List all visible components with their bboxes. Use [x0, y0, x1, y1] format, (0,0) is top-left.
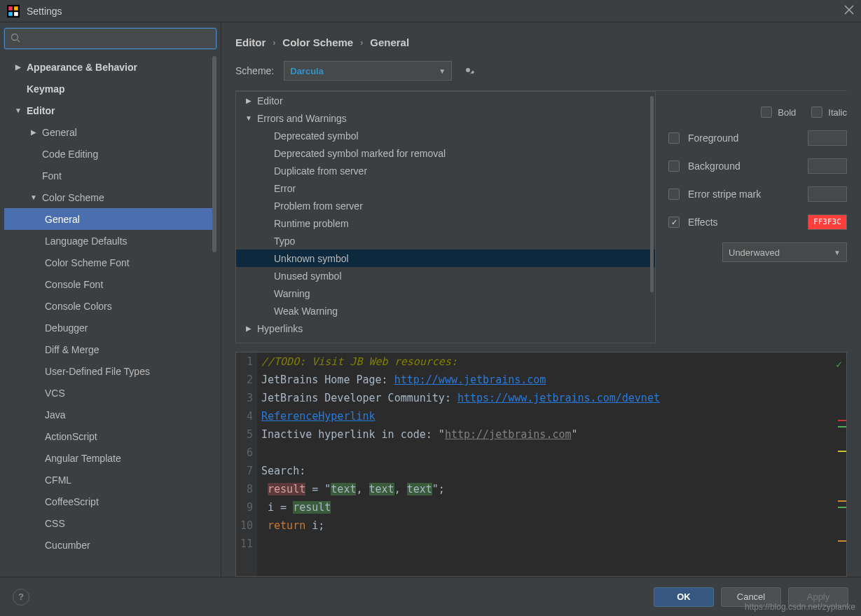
sidebar-item[interactable]: VCS: [4, 382, 216, 404]
category-item-label: Weak Warning: [274, 306, 338, 317]
breadcrumb-item[interactable]: Editor: [235, 36, 266, 48]
category-item-label: Problem from server: [274, 200, 363, 212]
effects-swatch[interactable]: FF3F3C: [808, 214, 847, 230]
svg-rect-3: [8, 12, 13, 16]
svg-line-8: [18, 40, 20, 42]
svg-rect-1: [8, 6, 13, 11]
category-item[interactable]: ▶Editor: [236, 92, 655, 109]
sidebar-item[interactable]: Color Scheme Font: [4, 252, 216, 273]
category-scrollbar[interactable]: [650, 96, 654, 292]
svg-point-7: [12, 34, 18, 40]
sidebar-item-label: Language Defaults: [45, 235, 128, 247]
app-logo-icon: [7, 5, 20, 18]
italic-checkbox[interactable]: [811, 107, 822, 118]
effects-type-select[interactable]: Underwaved ▼: [722, 242, 847, 262]
search-icon: [11, 33, 20, 45]
sidebar-item-label: Code Editing: [42, 149, 98, 160]
category-item[interactable]: Deprecated symbol: [236, 127, 655, 144]
sidebar-item[interactable]: Code Editing: [4, 143, 216, 165]
sidebar-item[interactable]: ActionScript: [4, 425, 216, 447]
sidebar-item[interactable]: CoffeeScript: [4, 491, 216, 512]
chevron-down-icon: ▼: [439, 67, 446, 75]
preview-minimap[interactable]: [836, 353, 846, 576]
sidebar-item-label: Console Font: [45, 279, 103, 290]
category-item-label: Typo: [274, 235, 295, 247]
category-item[interactable]: Deprecated symbol marked for removal: [236, 144, 655, 162]
sidebar-item[interactable]: Font: [4, 165, 216, 186]
ok-button[interactable]: OK: [654, 587, 714, 607]
category-item-label: Error: [274, 183, 296, 194]
bold-checkbox[interactable]: [761, 107, 772, 118]
properties-panel: Bold Italic Foreground Background: [668, 91, 847, 343]
svg-rect-2: [14, 6, 18, 11]
category-item-label: Unused symbol: [274, 271, 342, 282]
category-tree[interactable]: ▶Editor▼Errors and WarningsDeprecated sy…: [235, 91, 656, 343]
errorstripe-checkbox[interactable]: [668, 189, 680, 200]
category-item-label: Editor: [257, 95, 283, 107]
foreground-swatch[interactable]: [808, 130, 847, 146]
scheme-select[interactable]: Darcula ▼: [284, 61, 452, 81]
category-item-label: Unknown symbol: [274, 253, 349, 264]
sidebar-item[interactable]: General: [4, 208, 216, 230]
category-item-label: Hyperlinks: [257, 323, 303, 334]
sidebar-item-label: CoffeeScript: [45, 496, 99, 507]
category-item[interactable]: Runtime problem: [236, 214, 655, 232]
sidebar-item[interactable]: CSS: [4, 512, 216, 534]
chevron-right-icon: ▶: [244, 97, 253, 104]
category-item[interactable]: Duplicate from server: [236, 162, 655, 179]
category-item[interactable]: ▼Errors and Warnings: [236, 109, 655, 127]
category-item[interactable]: Typo: [236, 232, 655, 249]
sidebar-item[interactable]: Diff & Merge: [4, 338, 216, 360]
category-item[interactable]: Unknown symbol: [236, 249, 655, 267]
sidebar-item-label: Color Scheme: [42, 192, 104, 203]
settings-tree[interactable]: ▶Appearance & BehaviorKeymap▼Editor▶Gene…: [4, 56, 216, 577]
preview-code: //TODO: Visit JB Web resources:JetBrains…: [257, 353, 660, 576]
sidebar-item[interactable]: ▶Appearance & Behavior: [4, 56, 216, 78]
code-preview[interactable]: 1234567891011 //TODO: Visit JB Web resou…: [235, 352, 847, 577]
sidebar-item[interactable]: Cucumber: [4, 534, 216, 556]
category-item[interactable]: Error: [236, 179, 655, 197]
sidebar-item[interactable]: Java: [4, 404, 216, 425]
sidebar-item[interactable]: ▼Editor: [4, 100, 216, 121]
sidebar-item-label: Font: [42, 170, 62, 182]
sidebar-item[interactable]: User-Defined File Types: [4, 360, 216, 382]
sidebar-item[interactable]: Angular Template: [4, 447, 216, 469]
effects-type-value: Underwaved: [729, 247, 780, 258]
help-button[interactable]: ?: [13, 589, 29, 605]
titlebar: Settings: [0, 0, 861, 22]
sidebar-item-label: Appearance & Behavior: [27, 62, 137, 73]
category-item[interactable]: Unused symbol: [236, 267, 655, 285]
background-swatch[interactable]: [808, 158, 847, 174]
sidebar-item[interactable]: Debugger: [4, 317, 216, 338]
effects-checkbox[interactable]: [668, 217, 680, 228]
category-item[interactable]: ▶Hyperlinks: [236, 320, 655, 337]
background-checkbox[interactable]: [668, 160, 680, 172]
chevron-down-icon: ▼: [14, 107, 22, 114]
search-field-wrap[interactable]: [4, 28, 216, 49]
gear-icon[interactable]: [462, 64, 474, 78]
errorstripe-swatch[interactable]: [808, 186, 847, 202]
sidebar-item[interactable]: Console Font: [4, 273, 216, 295]
sidebar-item[interactable]: Keymap: [4, 78, 216, 100]
sidebar-scrollbar[interactable]: [212, 56, 216, 252]
search-input[interactable]: [25, 34, 210, 44]
sidebar-item[interactable]: CFML: [4, 469, 216, 491]
category-item-label: Errors and Warnings: [257, 113, 347, 124]
category-item[interactable]: Problem from server: [236, 197, 655, 214]
sidebar-item[interactable]: ▼Color Scheme: [4, 186, 216, 208]
sidebar-item[interactable]: Language Defaults: [4, 230, 216, 252]
sidebar-item[interactable]: Console Colors: [4, 295, 216, 317]
sidebar-item-label: Diff & Merge: [45, 344, 99, 355]
sidebar-item[interactable]: ▶General: [4, 121, 216, 143]
category-item[interactable]: Weak Warning: [236, 302, 655, 320]
breadcrumb-item[interactable]: Color Scheme: [282, 36, 353, 48]
category-item[interactable]: Warning: [236, 285, 655, 302]
category-item-label: Deprecated symbol: [274, 130, 359, 142]
foreground-checkbox[interactable]: [668, 132, 680, 144]
sidebar-item-label: CFML: [45, 474, 71, 486]
sidebar-item-label: ActionScript: [45, 431, 97, 442]
close-button[interactable]: [844, 5, 854, 17]
sidebar-item-label: Java: [45, 409, 66, 420]
scheme-row: Scheme: Darcula ▼: [235, 61, 847, 81]
chevron-right-icon: ›: [360, 38, 363, 48]
